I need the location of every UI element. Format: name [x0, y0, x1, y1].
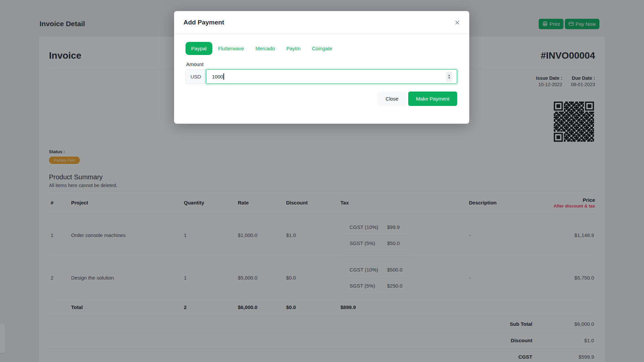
add-payment-modal: Add Payment × Paypal Flutterwave Mercado… [174, 11, 469, 124]
close-icon[interactable]: × [455, 18, 460, 27]
amount-input[interactable]: 1000 ▲ ▼ [206, 69, 457, 84]
tab-flutterwave[interactable]: Flutterwave [212, 42, 250, 55]
tab-paypal[interactable]: Paypal [185, 42, 212, 55]
close-button[interactable]: Close [377, 92, 407, 106]
tab-coingate[interactable]: Coingate [306, 42, 338, 55]
stepper-down-icon: ▼ [448, 77, 450, 79]
amount-label: Amount [186, 61, 457, 67]
payment-method-tabs: Paypal Flutterwave Mercado Paytm Coingat… [185, 42, 457, 55]
amount-value: 1000 [212, 74, 223, 79]
modal-title: Add Payment [183, 19, 224, 26]
text-cursor [223, 73, 224, 80]
make-payment-button[interactable]: Make Payment [408, 92, 457, 106]
tab-mercado[interactable]: Mercado [250, 42, 280, 55]
amount-stepper[interactable]: ▲ ▼ [446, 72, 452, 82]
tab-paytm[interactable]: Paytm [281, 42, 307, 55]
currency-prefix: USD [185, 69, 206, 84]
